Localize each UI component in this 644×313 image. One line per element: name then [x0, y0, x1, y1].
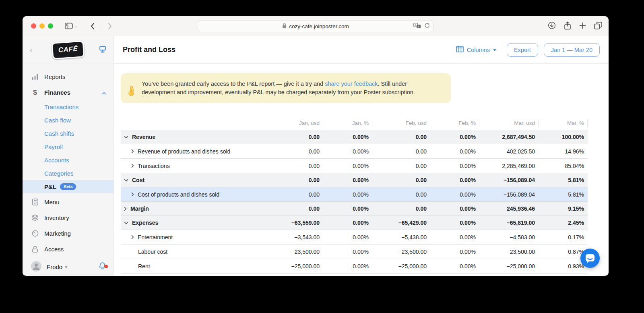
padlock-open-icon — [31, 246, 39, 253]
sidebar-item-reports[interactable]: Reports — [23, 69, 114, 85]
chevron-right-icon[interactable] — [131, 192, 134, 197]
page-header: Profit and Loss Columns Export Jan 1 — M… — [114, 36, 609, 64]
sidebar-item-pl-active[interactable]: P&L Beta — [23, 180, 114, 193]
chevron-right-icon[interactable] — [131, 164, 134, 168]
layers-icon — [31, 214, 39, 221]
address-bar[interactable]: cozy-cafe.joinposter.com Ax — [198, 20, 433, 32]
table-columns-icon — [456, 46, 464, 54]
sidebar-item-marketing[interactable]: Marketing — [23, 226, 114, 241]
table-row-expenses[interactable]: Expenses −63,559.000.00%−65,429.000.00%−… — [121, 216, 588, 230]
forward-icon[interactable] — [104, 20, 116, 32]
table-row-labour-cost[interactable]: Labour cost −23,500.000.00%−23,500.000.0… — [121, 245, 588, 259]
sidebar-item-cash-shifts[interactable]: Cash shifts — [23, 127, 114, 140]
chevron-down-icon[interactable] — [124, 222, 128, 224]
address-url: cozy-cafe.joinposter.com — [289, 23, 349, 29]
user-row[interactable]: Frodo ▾ — [23, 258, 114, 276]
banner-text: You’ve been granted early access to the … — [142, 80, 442, 97]
downloads-icon[interactable] — [548, 21, 556, 31]
export-button[interactable]: Export — [507, 43, 538, 57]
pl-table: Jan, usd Jan, % Feb, usd Feb, % Mar, usd… — [121, 116, 588, 274]
page-title: Profit and Loss — [123, 46, 175, 54]
dollar-icon: $ — [31, 89, 39, 97]
notification-dot — [104, 265, 108, 268]
table-row-entertainment[interactable]: Entertainment −3,543.000.00%−5,438.000.0… — [121, 230, 588, 245]
svg-text:A: A — [415, 23, 417, 26]
cafe-logo[interactable]: CAFÉ — [38, 41, 98, 58]
column-header[interactable]: Feb, usd — [372, 120, 430, 126]
table-row-transactions[interactable]: Transactions 0.000.00%0.000.00%2,285,469… — [121, 159, 588, 173]
sidebar-item-accounts[interactable]: Accounts — [23, 153, 114, 167]
sidebar-item-payroll[interactable]: Payroll — [23, 140, 114, 153]
user-menu-chevron-icon[interactable]: ▾ — [65, 264, 67, 270]
column-header[interactable]: Jan, usd — [269, 120, 323, 126]
feedback-link[interactable]: share your feedback — [325, 81, 378, 87]
zoom-window-button[interactable] — [48, 23, 53, 29]
back-icon[interactable] — [86, 20, 98, 32]
chevron-right-icon[interactable] — [131, 149, 134, 153]
date-range-button[interactable]: Jan 1 — Mar 20 — [544, 43, 600, 57]
main-content: Profit and Loss Columns Export Jan 1 — M… — [114, 36, 609, 276]
sidebar-nav: Reports $ Finances Transactions Cash flo… — [23, 64, 114, 276]
document-icon — [31, 199, 39, 205]
beta-badge: Beta — [60, 183, 76, 190]
table-row-cost-products[interactable]: Cost of products and dishes sold 0.000.0… — [121, 187, 588, 202]
close-window-button[interactable] — [31, 23, 36, 29]
share-icon[interactable] — [564, 21, 571, 31]
traffic-lights — [31, 23, 53, 29]
column-header[interactable]: Feb, % — [430, 120, 479, 126]
table-row-rent[interactable]: Rent −25,000.000.00%−25,000.000.00%−25,0… — [121, 259, 588, 274]
sidebar-menu-chevron-icon[interactable]: ⌄ — [74, 24, 77, 28]
sidebar-toggle-icon[interactable] — [63, 20, 75, 32]
tab-overview-icon[interactable] — [594, 22, 602, 31]
chat-launcher-button[interactable] — [580, 249, 600, 268]
pie-chart-icon — [31, 230, 39, 237]
chevron-down-icon — [493, 49, 496, 51]
browser-toolbar: ⌄ cozy-cafe.joinposter.com Ax — [23, 16, 609, 36]
sidebar-item-menu[interactable]: Menu — [23, 194, 114, 210]
screenshot-stage: ⌄ cozy-cafe.joinposter.com Ax — [0, 0, 644, 313]
sidebar-item-access[interactable]: Access — [23, 241, 114, 257]
table-row-revenue[interactable]: Revenue 0.000.00%0.000.00%2,687,494.5010… — [121, 130, 588, 144]
column-header[interactable]: Mar, % — [539, 120, 588, 126]
sidebar-item-transactions[interactable]: Transactions — [23, 100, 114, 114]
translate-icon[interactable]: Ax — [413, 23, 421, 30]
columns-dropdown[interactable]: Columns — [456, 46, 496, 54]
new-tab-icon[interactable] — [579, 22, 586, 31]
table-row-cost[interactable]: Cost 0.000.00%0.000.00%−156,089.045.81% — [121, 173, 588, 187]
sidebar-collapse-icon[interactable]: ‹ — [30, 46, 38, 54]
report-body: You’ve been granted early access to the … — [114, 64, 609, 276]
notifications-bell[interactable] — [99, 262, 106, 272]
sidebar: ‹ CAFÉ Reports — [23, 36, 114, 276]
sidebar-item-inventory[interactable]: Inventory — [23, 210, 114, 226]
table-row-revenue-products[interactable]: Revenue of products and dishes sold 0.00… — [121, 144, 588, 159]
avatar — [31, 261, 41, 273]
chat-bubble-icon — [585, 253, 595, 263]
column-header[interactable]: Jan, % — [323, 120, 372, 126]
column-header[interactable]: Mar, usd — [479, 120, 539, 126]
browser-window: ⌄ cozy-cafe.joinposter.com Ax — [23, 16, 609, 276]
pos-terminal-icon[interactable] — [98, 45, 107, 55]
sidebar-item-cash-flow[interactable]: Cash flow — [23, 114, 114, 127]
sidebar-item-finances[interactable]: $ Finances — [23, 85, 114, 100]
chevron-right-icon[interactable] — [124, 207, 127, 211]
crossed-fingers-emoji-icon — [127, 80, 137, 97]
lock-icon — [282, 23, 287, 30]
early-access-banner: You’ve been granted early access to the … — [121, 73, 451, 103]
sidebar-item-categories[interactable]: Categories — [23, 167, 114, 180]
bar-chart-icon — [31, 74, 39, 80]
minimize-window-button[interactable] — [39, 23, 45, 29]
chevron-right-icon[interactable] — [131, 235, 134, 239]
user-name: Frodo — [47, 263, 62, 270]
table-header-row: Jan, usd Jan, % Feb, usd Feb, % Mar, usd… — [121, 116, 588, 130]
chevron-up-icon[interactable] — [102, 89, 106, 96]
chevron-down-icon[interactable] — [124, 179, 128, 182]
reload-icon[interactable] — [424, 23, 430, 30]
chevron-down-icon[interactable] — [124, 136, 128, 139]
table-row-margin[interactable]: Margin 0.000.00%0.000.00%245,936.469.15% — [121, 201, 588, 216]
